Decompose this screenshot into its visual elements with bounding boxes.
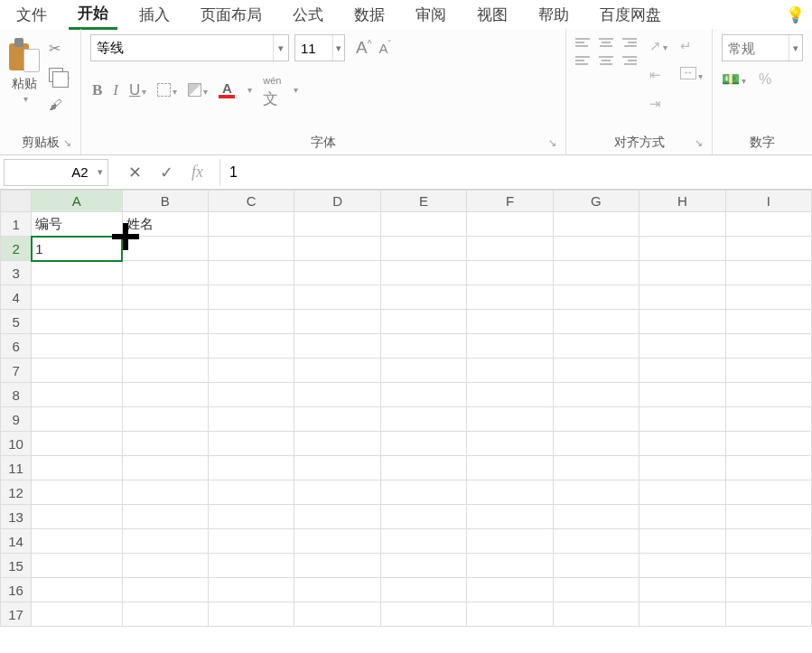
cell[interactable] xyxy=(467,310,553,334)
cell[interactable]: 1 xyxy=(32,237,122,261)
shrink-font-button[interactable]: Aˇ xyxy=(378,40,390,56)
align-center-button[interactable] xyxy=(599,56,613,65)
row-header[interactable]: 16 xyxy=(1,578,32,602)
cell[interactable] xyxy=(380,334,466,359)
align-middle-button[interactable] xyxy=(599,38,613,47)
column-header[interactable]: A xyxy=(32,191,122,212)
cell[interactable] xyxy=(209,578,294,602)
cell[interactable] xyxy=(467,480,553,505)
cell[interactable] xyxy=(467,578,553,602)
cell[interactable] xyxy=(32,261,122,285)
row-header[interactable]: 12 xyxy=(1,480,32,505)
cell[interactable] xyxy=(294,554,380,578)
cell[interactable] xyxy=(467,554,553,578)
cell[interactable] xyxy=(639,310,725,334)
formula-input[interactable] xyxy=(220,159,812,186)
cell[interactable] xyxy=(209,407,294,432)
cell[interactable] xyxy=(380,261,466,285)
cell[interactable] xyxy=(122,407,208,432)
row-header[interactable]: 2 xyxy=(1,237,32,261)
cell[interactable] xyxy=(639,432,725,456)
cell[interactable] xyxy=(639,334,725,359)
accounting-format-button[interactable]: 💵▾ xyxy=(722,70,746,88)
cell[interactable] xyxy=(209,310,294,334)
cell[interactable] xyxy=(294,505,380,529)
formula-cancel-button[interactable]: ✕ xyxy=(128,163,142,182)
cell[interactable] xyxy=(209,456,294,480)
wrap-text-button[interactable] xyxy=(680,38,703,54)
chevron-down-icon[interactable]: ▾ xyxy=(663,42,667,52)
cell[interactable] xyxy=(122,602,208,627)
cell[interactable] xyxy=(122,554,208,578)
cell[interactable] xyxy=(294,602,380,627)
borders-button[interactable]: ▾ xyxy=(157,81,177,99)
cell[interactable] xyxy=(32,432,122,456)
cell[interactable] xyxy=(467,334,553,359)
cell[interactable] xyxy=(380,310,466,334)
cell[interactable] xyxy=(380,456,466,480)
cell[interactable] xyxy=(467,383,553,407)
row-header[interactable]: 1 xyxy=(1,212,32,237)
cell[interactable] xyxy=(639,456,725,480)
cell[interactable] xyxy=(639,505,725,529)
cell[interactable] xyxy=(32,456,122,480)
font-name-combo[interactable]: ▾ xyxy=(90,34,289,61)
cell[interactable] xyxy=(32,578,122,602)
cell[interactable] xyxy=(122,529,208,554)
cell[interactable] xyxy=(294,261,380,285)
cell[interactable] xyxy=(380,212,466,237)
cell[interactable] xyxy=(639,383,725,407)
increase-indent-button[interactable]: ⇥ xyxy=(649,96,667,112)
cell[interactable] xyxy=(32,529,122,554)
tab-formulas[interactable]: 公式 xyxy=(284,1,332,29)
chevron-down-icon[interactable]: ▾ xyxy=(247,85,252,95)
bold-button[interactable]: B xyxy=(92,81,102,99)
cell[interactable] xyxy=(294,359,380,383)
column-header[interactable]: E xyxy=(380,191,466,212)
cell[interactable] xyxy=(294,310,380,334)
row-header[interactable]: 6 xyxy=(1,334,32,359)
cell[interactable] xyxy=(467,212,553,237)
fill-color-button[interactable]: ▾ xyxy=(188,81,208,99)
select-all-corner[interactable] xyxy=(1,191,32,212)
cell[interactable] xyxy=(122,578,208,602)
number-format-combo[interactable]: ▾ xyxy=(722,34,803,61)
formula-bar[interactable] xyxy=(219,159,812,186)
cell[interactable] xyxy=(639,480,725,505)
cell[interactable] xyxy=(725,237,811,261)
cell[interactable] xyxy=(209,529,294,554)
column-header[interactable]: I xyxy=(725,191,811,212)
formula-confirm-button[interactable]: ✓ xyxy=(160,163,173,182)
cell[interactable] xyxy=(32,310,122,334)
row-header[interactable]: 5 xyxy=(1,310,32,334)
phonetic-guide-button[interactable]: wén文 xyxy=(263,70,281,109)
cell[interactable] xyxy=(209,212,294,237)
cell[interactable] xyxy=(467,432,553,456)
tab-page-layout[interactable]: 页面布局 xyxy=(191,1,271,29)
name-box-input[interactable] xyxy=(5,164,94,180)
align-right-button[interactable] xyxy=(622,56,637,65)
cell[interactable] xyxy=(209,432,294,456)
cell[interactable] xyxy=(553,432,639,456)
cell[interactable] xyxy=(32,334,122,359)
cell[interactable] xyxy=(553,212,639,237)
cell[interactable] xyxy=(639,237,725,261)
cell[interactable] xyxy=(294,432,380,456)
format-painter-button[interactable] xyxy=(49,97,70,113)
tab-data[interactable]: 数据 xyxy=(345,1,394,29)
tab-baidu[interactable]: 百度网盘 xyxy=(591,1,670,29)
cell[interactable] xyxy=(639,554,725,578)
cell[interactable] xyxy=(294,212,380,237)
cell[interactable] xyxy=(122,505,208,529)
column-header[interactable]: F xyxy=(467,191,553,212)
chevron-down-icon[interactable]: ▾ xyxy=(23,94,28,104)
cell[interactable] xyxy=(209,383,294,407)
cell[interactable] xyxy=(122,285,208,310)
cell[interactable] xyxy=(294,578,380,602)
cell[interactable] xyxy=(467,261,553,285)
cell[interactable] xyxy=(380,505,466,529)
tab-view[interactable]: 视图 xyxy=(468,1,517,29)
cell[interactable] xyxy=(725,578,811,602)
orientation-button[interactable]: ↗▾ xyxy=(649,38,667,54)
dialog-launcher-icon[interactable]: ↘ xyxy=(695,137,703,149)
